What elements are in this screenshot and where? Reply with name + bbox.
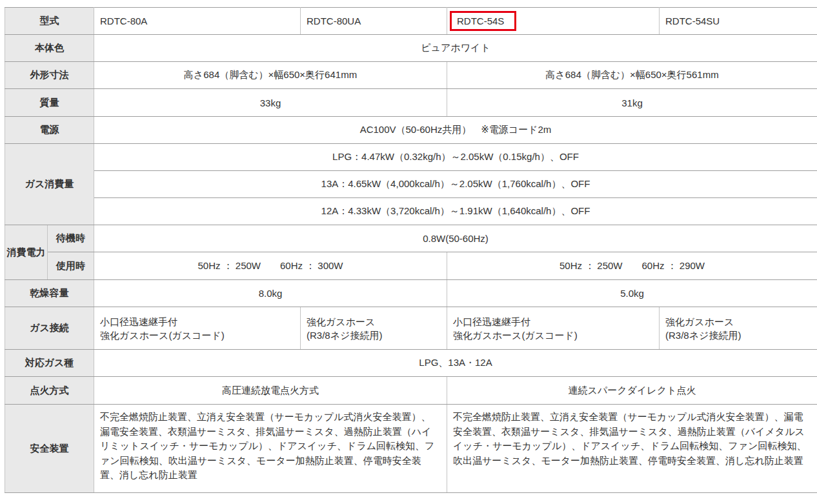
gas-connection-54su-line2: (R3/8ネジ接続用)	[665, 328, 817, 342]
gas-consumption-12a: 12A：4.33kW（3,720kcal/h）～1.91kW（1,640kcal…	[94, 198, 817, 225]
highlighted-model-badge: RDTC-54S	[450, 11, 516, 31]
power-consumption-standby-value: 0.8W(50-60Hz)	[94, 225, 817, 252]
row-safety: 安全装置 不完全燃焼防止装置、立消え安全装置（サーモカップル式消火安全装置）、漏…	[5, 405, 817, 493]
row-body-color: 本体色 ピュアホワイト	[5, 35, 817, 62]
row-dry-capacity: 乾燥容量 8.0kg 5.0kg	[5, 280, 817, 307]
model-value-rdtc54s-cell: RDTC-54S	[447, 8, 660, 35]
row-gas-consumption-13a: 13A：4.65kW（4,000kcal/h）～2.05kW（1,760kcal…	[5, 171, 817, 198]
gas-connection-80a-line1: 小口径迅速継手付	[100, 315, 300, 328]
row-sublabel-standby: 待機時	[48, 225, 94, 252]
power-supply-value: AC100V（50-60Hz共用） ※電源コード2m	[94, 117, 817, 144]
row-power-consumption-standby: 消費電力 待機時 0.8W(50-60Hz)	[5, 225, 817, 252]
model-value-rdtc80ua: RDTC-80UA	[301, 8, 447, 35]
row-power-consumption-inuse: 使用時 50Hz ： 250W 60Hz ： 300W 50Hz ： 250W …	[5, 252, 817, 280]
row-label-safety: 安全装置	[5, 405, 94, 493]
dry-capacity-value-80: 8.0kg	[94, 280, 447, 307]
row-gas-types: 対応ガス種 LPG、13A・12A	[5, 350, 817, 377]
safety-value-80: 不完全燃焼防止装置、立消え安全装置（サーモカップル式消火安全装置）、漏電安全装置…	[94, 405, 447, 493]
row-label-body-color: 本体色	[5, 35, 94, 62]
weight-value-54: 31kg	[447, 89, 817, 117]
model-value-rdtc54su: RDTC-54SU	[660, 8, 817, 35]
dimensions-value-54: 高さ684（脚含む）×幅650×奥行561mm	[447, 62, 817, 89]
gas-connection-54su-line1: 強化ガスホース	[665, 315, 817, 328]
row-gas-connection: ガス接続 小口径迅速継手付 強化ガスホース(ガスコード) 強化ガスホース (R3…	[5, 307, 817, 350]
safety-value-54: 不完全燃焼防止装置、立消え安全装置（サーモカップル式消火安全装置）、漏電安全装置…	[447, 405, 817, 493]
gas-connection-80ua: 強化ガスホース (R3/8ネジ接続用)	[301, 307, 447, 350]
row-weight: 質量 33kg 31kg	[5, 89, 817, 117]
gas-types-value: LPG、13A・12A	[94, 350, 817, 377]
row-sublabel-inuse: 使用時	[48, 252, 94, 280]
row-label-power-consumption: 消費電力	[5, 225, 48, 280]
row-label-gas-consumption: ガス消費量	[5, 144, 94, 225]
row-label-dry-capacity: 乾燥容量	[5, 280, 94, 307]
gas-connection-54su: 強化ガスホース (R3/8ネジ接続用)	[660, 307, 817, 350]
power-consumption-inuse-54: 50Hz ： 250W 60Hz ： 290W	[447, 252, 817, 280]
row-label-dimensions: 外形寸法	[5, 62, 94, 89]
gas-connection-54s-line2: 強化ガスホース(ガスコード)	[453, 328, 659, 342]
ignition-value-54: 連続スパークダイレクト点火	[447, 377, 817, 405]
power-consumption-inuse-80: 50Hz ： 250W 60Hz ： 300W	[94, 252, 447, 280]
row-label-weight: 質量	[5, 89, 94, 117]
gas-consumption-13a: 13A：4.65kW（4,000kcal/h）～2.05kW（1,760kcal…	[94, 171, 817, 198]
row-dimensions: 外形寸法 高さ684（脚含む）×幅650×奥行641mm 高さ684（脚含む）×…	[5, 62, 817, 89]
gas-connection-80ua-line2: (R3/8ネジ接続用)	[307, 328, 447, 342]
row-label-model: 型式	[5, 8, 94, 35]
gas-consumption-lpg: LPG：4.47kW（0.32kg/h）～2.05kW（0.15kg/h）、OF…	[94, 144, 817, 171]
row-label-gas-connection: ガス接続	[5, 307, 94, 350]
gas-connection-80a: 小口径迅速継手付 強化ガスホース(ガスコード)	[94, 307, 301, 350]
model-value-rdtc80a: RDTC-80A	[94, 8, 301, 35]
row-ignition: 点火方式 高圧連続放電点火方式 連続スパークダイレクト点火	[5, 377, 817, 405]
row-gas-consumption-12a: 12A：4.33kW（3,720kcal/h）～1.91kW（1,640kcal…	[5, 198, 817, 225]
ignition-value-80: 高圧連続放電点火方式	[94, 377, 447, 405]
gas-connection-54s: 小口径迅速継手付 強化ガスホース(ガスコード)	[447, 307, 660, 350]
body-color-value: ピュアホワイト	[94, 35, 817, 62]
row-gas-consumption-lpg: ガス消費量 LPG：4.47kW（0.32kg/h）～2.05kW（0.15kg…	[5, 144, 817, 171]
row-label-ignition: 点火方式	[5, 377, 94, 405]
gas-connection-80a-line2: 強化ガスホース(ガスコード)	[100, 328, 300, 342]
row-label-gas-types: 対応ガス種	[5, 350, 94, 377]
row-model: 型式 RDTC-80A RDTC-80UA RDTC-54S RDTC-54SU	[5, 8, 817, 35]
weight-value-80: 33kg	[94, 89, 447, 117]
row-power-supply: 電源 AC100V（50-60Hz共用） ※電源コード2m	[5, 117, 817, 144]
gas-connection-54s-line1: 小口径迅速継手付	[453, 315, 659, 328]
dry-capacity-value-54: 5.0kg	[447, 280, 817, 307]
row-label-power-supply: 電源	[5, 117, 94, 144]
spec-table: 型式 RDTC-80A RDTC-80UA RDTC-54S RDTC-54SU…	[5, 7, 817, 493]
gas-connection-80ua-line1: 強化ガスホース	[307, 315, 447, 328]
dimensions-value-80: 高さ684（脚含む）×幅650×奥行641mm	[94, 62, 447, 89]
